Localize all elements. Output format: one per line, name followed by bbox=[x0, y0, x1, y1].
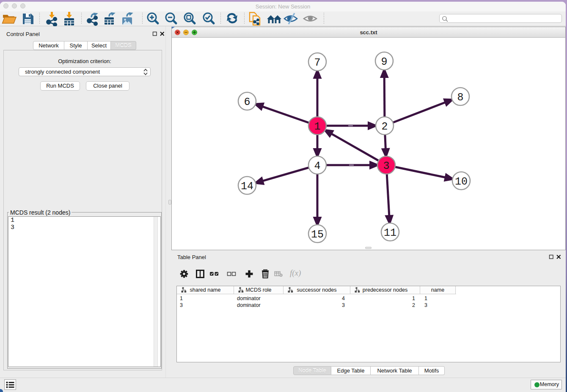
svg-text:9: 9 bbox=[381, 56, 387, 68]
svg-text:10: 10 bbox=[455, 176, 468, 188]
svg-text:11: 11 bbox=[384, 227, 396, 239]
svg-text:8: 8 bbox=[457, 91, 463, 104]
svg-text:1: 1 bbox=[314, 121, 320, 133]
svg-text:14: 14 bbox=[241, 180, 253, 193]
svg-text:15: 15 bbox=[311, 229, 324, 241]
svg-text:3: 3 bbox=[383, 160, 389, 172]
svg-text:7: 7 bbox=[314, 57, 320, 69]
svg-text:6: 6 bbox=[244, 96, 250, 108]
svg-text:2: 2 bbox=[381, 121, 388, 133]
svg-text:4: 4 bbox=[314, 160, 320, 172]
